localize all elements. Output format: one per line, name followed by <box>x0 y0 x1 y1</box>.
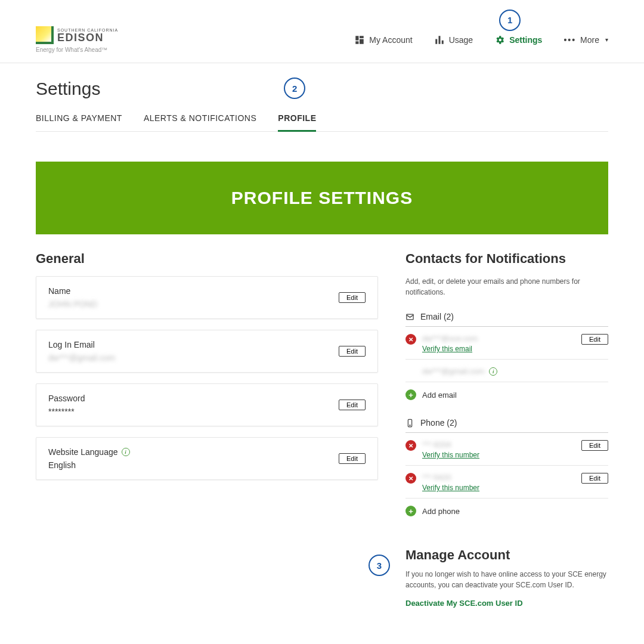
page-title: Settings <box>36 79 608 99</box>
svg-rect-1 <box>360 36 364 38</box>
name-label: Name <box>48 286 97 296</box>
phone-2-value: ***-5420 <box>422 473 479 482</box>
dashboard-icon <box>354 35 365 45</box>
phone-row-2: ✕ ***-5420 Verify this number Edit <box>405 466 608 499</box>
contacts-description: Add, edit, or delete your emails and pho… <box>405 276 596 298</box>
settings-tabs: BILLING & PAYMENT ALERTS & NOTIFICATIONS… <box>36 107 608 132</box>
phone-1-value: ***-9204 <box>422 440 479 449</box>
add-phone-button[interactable]: + Add phone <box>405 499 608 519</box>
phone-group: Phone (2) ✕ ***-9204 Verify this number … <box>405 414 608 519</box>
email-1-value: dw***@sce.com <box>422 334 478 343</box>
info-icon[interactable]: i <box>122 448 130 456</box>
edit-phone-1-button[interactable]: Edit <box>581 440 608 451</box>
more-dots-icon: ••• <box>564 35 576 45</box>
svg-rect-2 <box>360 39 364 44</box>
verify-email-1-link[interactable]: Verify this email <box>422 345 478 353</box>
info-icon[interactable]: i <box>489 367 497 376</box>
nav-usage[interactable]: Usage <box>434 35 473 45</box>
phone-icon <box>405 419 414 428</box>
phone-group-header: Phone (2) <box>405 414 608 433</box>
general-section: General Name JOHN POND Edit Log In Email… <box>36 251 378 608</box>
add-email-label: Add email <box>422 391 457 400</box>
password-value: ******** <box>48 407 85 416</box>
tab-profile-label: PROFILE <box>278 113 316 123</box>
primary-nav: My Account Usage Settings 1 ••• More ▾ <box>354 35 608 45</box>
tab-billing-payment[interactable]: BILLING & PAYMENT <box>36 107 122 131</box>
nav-settings[interactable]: Settings 1 <box>494 35 542 45</box>
general-name-card: Name JOHN POND Edit <box>36 276 378 319</box>
envelope-icon <box>405 312 414 321</box>
svg-rect-5 <box>438 36 440 44</box>
logo[interactable]: SOUTHERN CALIFORNIA EDISON Energy for Wh… <box>36 26 118 53</box>
callout-badge-1: 1 <box>499 10 521 31</box>
password-label: Password <box>48 394 85 403</box>
verify-phone-2-link[interactable]: Verify this number <box>422 484 479 492</box>
nav-my-account[interactable]: My Account <box>354 35 412 45</box>
edit-phone-2-button[interactable]: Edit <box>581 473 608 484</box>
add-phone-label: Add phone <box>422 507 460 516</box>
general-login-email-card: Log In Email dw***@gmail.com Edit <box>36 330 378 373</box>
logo-brand: EDISON <box>57 32 118 43</box>
edit-email-1-button[interactable]: Edit <box>581 334 608 345</box>
email-group-header: Email (2) <box>405 308 608 327</box>
svg-rect-6 <box>441 40 443 44</box>
phone-row-1: ✕ ***-9204 Verify this number Edit <box>405 433 608 466</box>
verify-phone-1-link[interactable]: Verify this number <box>422 451 479 459</box>
manage-account-title: Manage Account <box>405 547 608 563</box>
email-row-2: dw***@gmail.com i <box>405 360 608 382</box>
tab-alerts-notifications[interactable]: ALERTS & NOTIFICATIONS <box>144 107 256 131</box>
email-group: Email (2) ✕ dw***@sce.com Verify this em… <box>405 308 608 402</box>
edit-name-button[interactable]: Edit <box>339 292 366 303</box>
top-bar: SOUTHERN CALIFORNIA EDISON Energy for Wh… <box>0 12 644 59</box>
language-value: English <box>48 460 130 470</box>
email-header-text: Email (2) <box>420 312 454 321</box>
delete-phone-icon[interactable]: ✕ <box>405 473 416 484</box>
general-password-card: Password ******** Edit <box>36 383 378 426</box>
nav-more-label: More <box>580 35 599 45</box>
manage-account-section: 3 Manage Account If you no longer wish t… <box>405 547 608 608</box>
general-language-card: Website Language i English Edit <box>36 437 378 480</box>
edit-password-button[interactable]: Edit <box>339 400 366 410</box>
contacts-title: Contacts for Notifications <box>405 251 608 267</box>
login-email-value: dw***@gmail.com <box>48 353 115 363</box>
general-title: General <box>36 251 378 267</box>
nav-my-account-label: My Account <box>369 35 412 45</box>
chevron-down-icon: ▾ <box>605 36 608 43</box>
phone-header-text: Phone (2) <box>420 418 457 428</box>
svg-rect-0 <box>356 36 359 41</box>
nav-usage-label: Usage <box>449 35 473 45</box>
gear-icon <box>494 35 505 45</box>
svg-rect-4 <box>435 39 437 44</box>
bar-chart-icon <box>434 35 445 45</box>
profile-settings-banner: PROFILE SETTINGS <box>36 162 608 234</box>
delete-phone-icon[interactable]: ✕ <box>405 440 416 451</box>
svg-point-9 <box>410 425 410 425</box>
login-email-label: Log In Email <box>48 340 115 349</box>
manage-account-description: If you no longer wish to have online acc… <box>405 569 608 590</box>
language-label: Website Language i <box>48 447 130 457</box>
email-2-value: dw***@gmail.com <box>422 367 484 376</box>
logo-tagline: Energy for What's Ahead™ <box>36 47 118 53</box>
edit-language-button[interactable]: Edit <box>339 453 366 464</box>
plus-icon: + <box>405 506 416 516</box>
deactivate-user-id-link[interactable]: Deactivate My SCE.com User ID <box>405 599 523 608</box>
delete-email-icon[interactable]: ✕ <box>405 334 416 345</box>
add-email-button[interactable]: + Add email <box>405 382 608 402</box>
svg-rect-3 <box>356 41 359 44</box>
plus-icon: + <box>405 389 416 400</box>
logo-mark-icon <box>36 26 54 44</box>
edit-login-email-button[interactable]: Edit <box>339 346 366 357</box>
callout-badge-3: 3 <box>369 555 390 576</box>
nav-more[interactable]: ••• More ▾ <box>564 35 608 45</box>
contacts-section: Contacts for Notifications Add, edit, or… <box>405 251 608 608</box>
nav-settings-label: Settings <box>509 35 542 45</box>
tab-profile[interactable]: PROFILE 2 <box>278 107 316 131</box>
email-row-1: ✕ dw***@sce.com Verify this email Edit <box>405 327 608 360</box>
name-value: JOHN POND <box>48 299 97 309</box>
